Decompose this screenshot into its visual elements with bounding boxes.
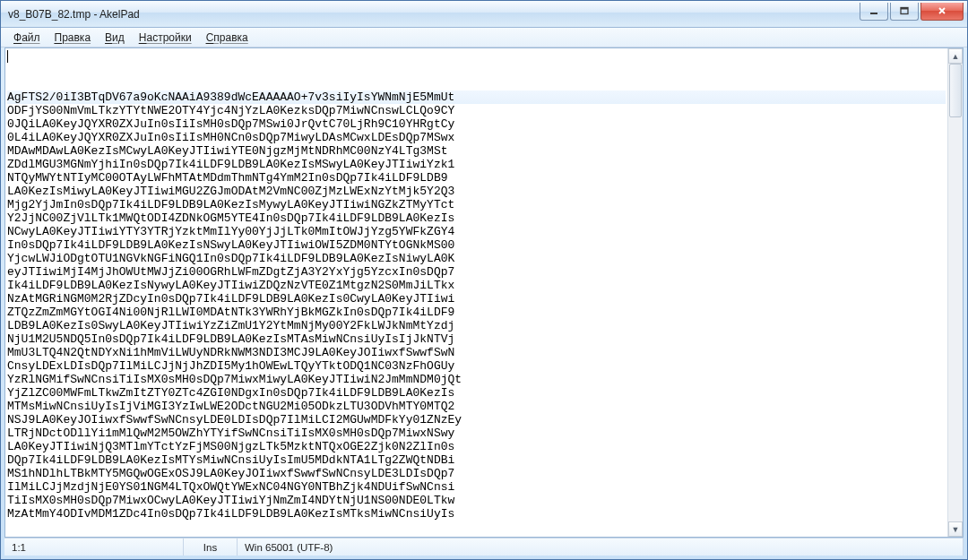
maximize-icon <box>899 6 910 15</box>
editor-line[interactable]: YzRlNGMifSwNCnsiTiIsMX0sMH0sDQp7MiwxMiwy… <box>7 373 946 386</box>
editor-line[interactable]: LDB9LA0KezIs0SwyLA0KeyJTIiwiYzZiZmU1Y2Yt… <box>7 319 946 332</box>
close-button[interactable] <box>920 3 964 21</box>
text-caret <box>7 50 8 63</box>
window-controls <box>860 3 964 21</box>
editor-line[interactable]: LA0KeyJTIiwiNjQ3MTlmYTctYzFjMS00NjgzLTk5… <box>7 440 946 453</box>
editor-line[interactable]: NzAtMGRiNGM0M2RjZDcyIn0sDQp7Ik4iLDF9LDB9… <box>7 292 946 306</box>
menubar: Файл Правка Вид Настройки Справка <box>1 28 967 47</box>
editor-line[interactable]: YjcwLWJiODgtOTU1NGVkNGFiNGQ1In0sDQp7Ik4i… <box>7 252 946 265</box>
editor-line[interactable]: MS1hNDlhLTBkMTY5MGQwOGExOSJ9LA0KeyJOIiwx… <box>7 467 946 480</box>
editor-line[interactable]: LTRjNDctODllYi1mMlQwM2M5OWZhYTYifSwNCnsi… <box>7 426 946 440</box>
editor-line[interactable]: In0sDQp7Ik4iLDF9LDB9LA0KezIsNSwyLA0KeyJT… <box>7 238 946 252</box>
status-insert-mode[interactable]: Ins <box>184 538 238 556</box>
editor-line[interactable]: ZDdlMGU3MGNmYjhiIn0sDQp7Ik4iLDF9LDB9LA0K… <box>7 158 946 171</box>
editor-line[interactable]: MmU3LTQ4N2QtNDYxNi1hMmViLWUyNDRkNWM3NDI3… <box>7 346 946 359</box>
scroll-thumb[interactable] <box>949 64 962 117</box>
editor-line[interactable]: MzAtMmY4ODIvMDM1ZDc4In0sDQp7Ik4iLDF9LDB9… <box>7 507 946 521</box>
editor-line[interactable]: TiIsMX0sMH0sDQp7MiwxOCwyLA0KeyJTIiwiYjNm… <box>7 494 946 507</box>
maximize-button[interactable] <box>890 3 919 21</box>
menu-settings[interactable]: Настройки <box>132 30 199 46</box>
editor-line[interactable]: LA0KezIsMiwyLA0KeyJTIiwiMGU2ZGJmODAtM2Vm… <box>7 185 946 198</box>
svg-rect-0 <box>870 13 877 14</box>
menu-view[interactable]: Вид <box>98 30 132 46</box>
editor-line[interactable]: NjU1M2U5NDQ5In0sDQp7Ik4iLDF9LDB9LA0KezIs… <box>7 332 946 346</box>
chevron-up-icon: ▲ <box>952 52 960 61</box>
editor-line[interactable]: eyJTIiwiMjI4MjJhOWUtMWJjZi00OGRhLWFmZDgt… <box>7 265 946 279</box>
window-title: v8_B07B_82.tmp - AkelPad <box>8 8 140 21</box>
scroll-down-button[interactable]: ▼ <box>948 521 963 537</box>
minimize-button[interactable] <box>860 3 888 21</box>
editor-line[interactable]: ZTQzZmZmMGYtOGI4Ni00NjRlLWI0MDAtNTk3YWRh… <box>7 306 946 319</box>
vertical-scrollbar[interactable]: ▲ ▼ <box>947 48 963 537</box>
status-encoding[interactable]: Win 65001 (UTF-8) <box>238 538 964 556</box>
editor-line[interactable]: NSJ9LA0KeyJOIiwxfSwwfSwNCnsyLDE0LDIsDQp7… <box>7 413 946 426</box>
close-icon <box>937 6 947 15</box>
editor-line[interactable]: AgFTS2/0iI3BTqDV67a9oKcNAAiA9389dWcEAAAA… <box>7 90 946 104</box>
app-window: v8_B07B_82.tmp - AkelPad Файл Правка Вид… <box>0 0 968 560</box>
titlebar[interactable]: v8_B07B_82.tmp - AkelPad <box>1 1 967 28</box>
editor-line[interactable]: MDAwMDAwLA0KezIsMCwyLA0KeyJTIiwiYTE0Njgz… <box>7 144 946 158</box>
editor-line[interactable]: Y2JjNC00ZjVlLTk1MWQtODI4ZDNkOGM5YTE4In0s… <box>7 211 946 225</box>
editor-line[interactable]: Mjg2YjJmIn0sDQp7Ik4iLDF9LDB9LA0KezIsMywy… <box>7 198 946 211</box>
status-position: 1:1 <box>4 538 184 556</box>
menu-help[interactable]: Справка <box>199 30 255 46</box>
editor-line[interactable]: ODFjYS00NmVmLTkzYTYtNWE2OTY4Yjc4NjYzLA0K… <box>7 104 946 117</box>
editor-line[interactable]: 0L4iLA0KeyJQYXR0ZXJuIn0sIiIsMH0NCn0sDQp7… <box>7 131 946 144</box>
statusbar: 1:1 Ins Win 65001 (UTF-8) <box>4 538 964 556</box>
minimize-icon <box>869 6 879 15</box>
client-area: AgFTS2/0iI3BTqDV67a9oKcNAAiA9389dWcEAAAA… <box>4 47 964 538</box>
scroll-up-button[interactable]: ▲ <box>948 48 963 64</box>
editor-line[interactable]: DQp7Ik4iLDF9LDB9LA0KezIsMTYsMiwNCnsiUyIs… <box>7 453 946 467</box>
editor-line[interactable]: Ik4iLDF9LDB9LA0KezIsNywyLA0KeyJTIiwiZDQz… <box>7 279 946 292</box>
text-editor[interactable]: AgFTS2/0iI3BTqDV67a9oKcNAAiA9389dWcEAAAA… <box>5 48 947 537</box>
editor-line[interactable]: MTMsMiwNCnsiUyIsIjViMGI3YzIwLWE2ODctNGU2… <box>7 400 946 413</box>
editor-line[interactable]: IlMiLCJjMzdjNjE0YS01NGM4LTQxOWQtYWExNC04… <box>7 480 946 494</box>
svg-rect-2 <box>901 8 908 10</box>
editor-line[interactable]: 0JQiLA0KeyJQYXR0ZXJuIn0sIiIsMH0sDQp7MSwi… <box>7 117 946 131</box>
editor-line[interactable]: CnsyLDExLDIsDQp7IlMiLCJjNjJhZDI5My1hOWEw… <box>7 359 946 373</box>
menu-file[interactable]: Файл <box>6 30 48 46</box>
editor-line[interactable]: NCwyLA0KeyJTIiwiYTY3YTRjYzktMmIlYy00YjJj… <box>7 225 946 238</box>
menu-edit[interactable]: Правка <box>48 30 99 46</box>
chevron-down-icon: ▼ <box>952 525 960 534</box>
scroll-track[interactable] <box>948 64 963 521</box>
editor-line[interactable]: YjZlZC00MWFmLTkwZmItZTY0ZTc4ZGI0NDgxIn0s… <box>7 386 946 400</box>
editor-line[interactable]: NTQyMWYtNTIyMC00OTAyLWFhMTAtMDdmThmNTg4Y… <box>7 171 946 185</box>
